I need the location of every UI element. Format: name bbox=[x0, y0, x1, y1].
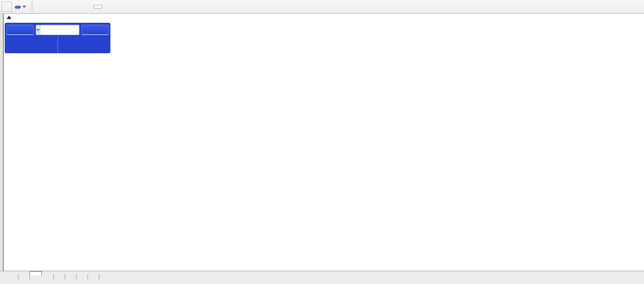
sell-price-display[interactable] bbox=[6, 36, 58, 53]
tab-usdjpy-h4[interactable] bbox=[65, 272, 76, 275]
tab-usdcnh-h4[interactable] bbox=[53, 272, 65, 275]
buy-button[interactable] bbox=[81, 25, 109, 35]
macd-indicator-label bbox=[6, 169, 13, 175]
tab-usdcad-daily[interactable] bbox=[42, 272, 53, 275]
tab-sp500-h1[interactable] bbox=[99, 272, 110, 275]
volume-input[interactable] bbox=[40, 25, 79, 35]
sell-button[interactable] bbox=[6, 25, 34, 35]
volume-stepper bbox=[36, 25, 79, 35]
tab-eurusd-h4[interactable] bbox=[7, 272, 18, 275]
collapse-chart-icon[interactable] bbox=[7, 16, 11, 19]
one-click-trading-panel bbox=[5, 23, 110, 53]
rsi-indicator-label bbox=[6, 212, 10, 218]
tab-audusd-daily[interactable] bbox=[18, 272, 29, 275]
tab-gbpusd-m15[interactable] bbox=[88, 272, 99, 275]
tab-usdchf-h4[interactable] bbox=[29, 271, 42, 275]
chart-title bbox=[7, 16, 18, 19]
buy-price-display[interactable] bbox=[58, 36, 109, 53]
volume-decrease-button[interactable] bbox=[36, 25, 40, 35]
arrow-down-icon bbox=[36, 29, 40, 31]
chart-tabs-bar bbox=[0, 271, 644, 284]
tab-xauusd-m1[interactable] bbox=[76, 272, 88, 275]
